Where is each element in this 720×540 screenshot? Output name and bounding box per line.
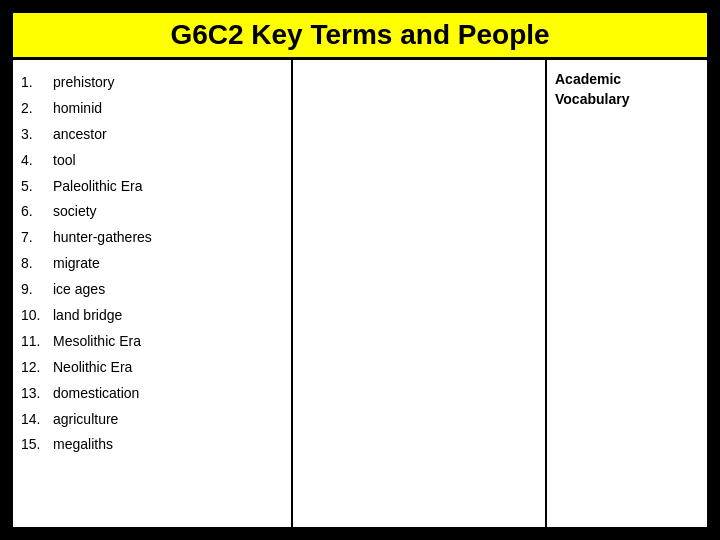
page-title: G6C2 Key Terms and People — [170, 19, 549, 50]
term-number: 12. — [21, 355, 53, 381]
list-item: 7.hunter-gatheres — [21, 225, 283, 251]
term-number: 8. — [21, 251, 53, 277]
term-label: tool — [53, 148, 76, 174]
term-number: 2. — [21, 96, 53, 122]
term-label: hominid — [53, 96, 102, 122]
list-item: 2.hominid — [21, 96, 283, 122]
term-number: 14. — [21, 407, 53, 433]
term-label: Paleolithic Era — [53, 174, 143, 200]
term-number: 6. — [21, 199, 53, 225]
term-number: 3. — [21, 122, 53, 148]
list-item: 8.migrate — [21, 251, 283, 277]
term-number: 9. — [21, 277, 53, 303]
list-item: 15.megaliths — [21, 432, 283, 458]
terms-list: 1.prehistory2.hominid3.ancestor4.tool5.P… — [21, 70, 283, 458]
term-number: 7. — [21, 225, 53, 251]
list-item: 3.ancestor — [21, 122, 283, 148]
term-number: 1. — [21, 70, 53, 96]
title-bar: G6C2 Key Terms and People — [13, 13, 707, 60]
list-item: 10.land bridge — [21, 303, 283, 329]
main-container: G6C2 Key Terms and People 1.prehistory2.… — [10, 10, 710, 530]
content-area: 1.prehistory2.hominid3.ancestor4.tool5.P… — [13, 60, 707, 527]
right-column: Academic Vocabulary — [547, 60, 707, 527]
terms-column: 1.prehistory2.hominid3.ancestor4.tool5.P… — [13, 60, 293, 527]
term-label: Neolithic Era — [53, 355, 132, 381]
term-label: hunter-gatheres — [53, 225, 152, 251]
term-label: prehistory — [53, 70, 114, 96]
term-number: 10. — [21, 303, 53, 329]
term-label: ice ages — [53, 277, 105, 303]
term-number: 5. — [21, 174, 53, 200]
academic-vocab-label: Academic Vocabulary — [555, 70, 699, 109]
term-number: 4. — [21, 148, 53, 174]
term-label: ancestor — [53, 122, 107, 148]
term-label: Mesolithic Era — [53, 329, 141, 355]
middle-column — [293, 60, 547, 527]
term-label: society — [53, 199, 97, 225]
term-label: agriculture — [53, 407, 118, 433]
list-item: 4.tool — [21, 148, 283, 174]
list-item: 11.Mesolithic Era — [21, 329, 283, 355]
term-label: domestication — [53, 381, 139, 407]
list-item: 13.domestication — [21, 381, 283, 407]
term-label: megaliths — [53, 432, 113, 458]
list-item: 1.prehistory — [21, 70, 283, 96]
term-label: land bridge — [53, 303, 122, 329]
term-number: 15. — [21, 432, 53, 458]
term-label: migrate — [53, 251, 100, 277]
term-number: 11. — [21, 329, 53, 355]
list-item: 12.Neolithic Era — [21, 355, 283, 381]
list-item: 6.society — [21, 199, 283, 225]
list-item: 9.ice ages — [21, 277, 283, 303]
list-item: 14.agriculture — [21, 407, 283, 433]
list-item: 5.Paleolithic Era — [21, 174, 283, 200]
term-number: 13. — [21, 381, 53, 407]
